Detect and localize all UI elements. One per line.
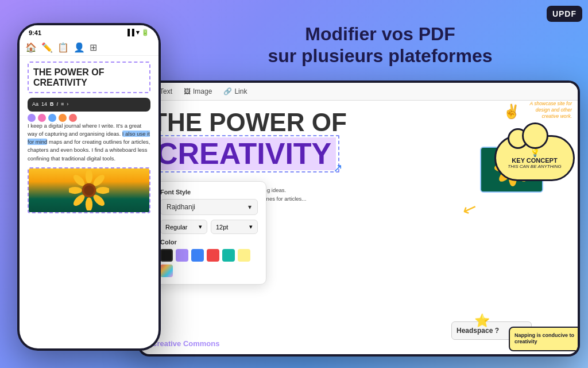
color-blue[interactable] [48, 114, 56, 122]
headline-line2: sur plusieurs plateformes [207, 45, 554, 67]
size-chevron-icon: ▾ [249, 223, 253, 231]
edit-icon[interactable]: ✏️ [41, 42, 53, 53]
text-cursor: ↗ [333, 161, 343, 175]
copy-icon[interactable]: 📋 [57, 42, 69, 53]
font-style-label: Font Style [160, 189, 258, 195]
swatch-yellow[interactable] [238, 249, 250, 262]
font-weight-dropdown[interactable]: Regular ▾ [160, 220, 207, 234]
selection-border [148, 135, 339, 172]
headline-line1: Modifier vos PDF [207, 23, 554, 45]
swatch-blue[interactable] [191, 249, 204, 262]
tablet-body: THE POWER OF CREATIVITY ↗ Font Style Raj… [140, 101, 578, 351]
tablet-device: ⊤ Text 🖼 Image 🔗 Link THE POWER OF CREAT… [138, 80, 580, 356]
phone-title: THE POWER OF CREATIVITY [33, 67, 145, 87]
phone-title-line1: THE POWER OF [33, 67, 145, 78]
italic-btn[interactable]: I [57, 101, 59, 109]
font-weight-value: Regular [165, 224, 188, 231]
color-label: Color [160, 239, 258, 246]
color-dots-row [28, 114, 150, 122]
weight-chevron-icon: ▾ [199, 223, 202, 231]
phone-title-box: THE POWER OF CREATIVITY [28, 62, 150, 93]
napping-box: Napping is conducive to creativity [509, 327, 578, 351]
updf-logo: UPDF [547, 6, 582, 22]
svg-point-0 [86, 170, 92, 183]
font-size-dropdown[interactable]: 12pt ▾ [211, 220, 258, 234]
sunflower-image [29, 168, 149, 212]
phone-toolbar: 🏠 ✏️ 📋 👤 ⊞ [20, 40, 158, 56]
highlighted-text: I also use it for mind [28, 131, 150, 145]
svg-point-2 [96, 187, 109, 194]
phone-title-line2: CREATIVITY [33, 78, 145, 88]
phone-time: 9:41 [29, 29, 41, 36]
color-red[interactable] [69, 114, 77, 122]
tablet-screen: ⊤ Text 🖼 Image 🔗 Link THE POWER OF CREAT… [140, 83, 578, 354]
swatch-black[interactable] [160, 249, 173, 262]
more-btn[interactable]: ≡ [61, 101, 64, 109]
tablet-right-deco: A showcase site for design and other cre… [451, 101, 578, 351]
font-size-value: 12pt [216, 224, 228, 231]
phone-content: THE POWER OF CREATIVITY Aa 14 B I ≡ › [20, 56, 158, 219]
color-purple[interactable] [28, 114, 36, 122]
font-name-value: Rajdhanji [167, 203, 195, 211]
key-concept-title: KEY CONCEPT [512, 157, 557, 164]
phone-status-bar: 9:41 ▐▐ ▾ 🔋 [20, 25, 158, 40]
font-aa[interactable]: Aa [32, 101, 38, 109]
creative-commons-footer: Creative Commons [140, 336, 451, 351]
phone-body-text: I keep a digital journal where I write. … [28, 122, 150, 163]
tablet-title-line1: THE POWER OF [152, 110, 440, 135]
svg-point-6 [69, 187, 82, 194]
color-swatches [160, 249, 258, 277]
bold-btn[interactable]: B [50, 101, 54, 109]
image-label: Image [193, 87, 212, 95]
hand-emoji: ✌️ [503, 103, 520, 120]
key-concept-sub: This can be anything [508, 164, 562, 169]
swatch-purple[interactable] [176, 249, 188, 262]
sunflower-svg [69, 170, 109, 210]
svg-point-4 [86, 197, 92, 210]
toolbar-link[interactable]: 🔗 Link [223, 87, 247, 95]
tablet-main-content: THE POWER OF CREATIVITY ↗ Font Style Raj… [140, 101, 451, 351]
chevron-down-icon: ▾ [248, 203, 252, 211]
grid-icon[interactable]: ⊞ [90, 42, 97, 53]
curved-arrow: ↙ [460, 197, 480, 220]
toolbar-image[interactable]: 🖼 Image [184, 87, 212, 95]
text-format-toolbar[interactable]: Aa 14 B I ≡ › [28, 98, 150, 112]
color-picker-swatch[interactable] [160, 264, 173, 277]
chevron-right-icon[interactable]: › [67, 101, 68, 109]
star-icon: ⭐ [474, 313, 490, 328]
phone-icons: ▐▐ ▾ 🔋 [125, 29, 149, 36]
color-orange[interactable] [59, 114, 67, 122]
font-options-row: Regular ▾ 12pt ▾ [160, 220, 258, 234]
tablet-toolbar: ⊤ Text 🖼 Image 🔗 Link [140, 83, 578, 101]
color-pink[interactable] [38, 114, 46, 122]
image-icon: 🖼 [184, 87, 191, 95]
showcase-text: A showcase site for design and other cre… [520, 101, 572, 120]
home-icon[interactable]: 🏠 [25, 42, 37, 53]
swatch-teal[interactable] [222, 249, 235, 262]
user-icon[interactable]: 👤 [74, 42, 85, 53]
link-icon: 🔗 [223, 87, 232, 95]
phone-device: 9:41 ▐▐ ▾ 🔋 🏠 ✏️ 📋 👤 ⊞ THE POWER OF CREA… [17, 23, 161, 351]
svg-point-9 [84, 185, 94, 195]
font-size[interactable]: 14 [41, 101, 47, 109]
creative-commons-text: Creative Commons [152, 339, 219, 348]
key-concept-container: 💡 KEY CONCEPT This can be anything [494, 135, 578, 204]
text-label: Text [160, 87, 172, 95]
font-name-dropdown[interactable]: Rajdhanji ▾ [160, 199, 258, 215]
napping-label: Napping is conducive to creativity [514, 332, 574, 345]
phone-screen: 9:41 ▐▐ ▾ 🔋 🏠 ✏️ 📋 👤 ⊞ THE POWER OF CREA… [20, 25, 158, 348]
phone-image-box [28, 167, 150, 213]
lightbulb-icon: 💡 [530, 148, 540, 157]
key-concept-cloud: 💡 KEY CONCEPT This can be anything [494, 135, 575, 181]
font-style-panel: Font Style Rajdhanji ▾ Regular ▾ 12pt ▾ [152, 181, 266, 285]
swatch-red[interactable] [207, 249, 219, 262]
headline: Modifier vos PDF sur plusieurs plateform… [207, 23, 554, 67]
link-label: Link [234, 87, 247, 95]
